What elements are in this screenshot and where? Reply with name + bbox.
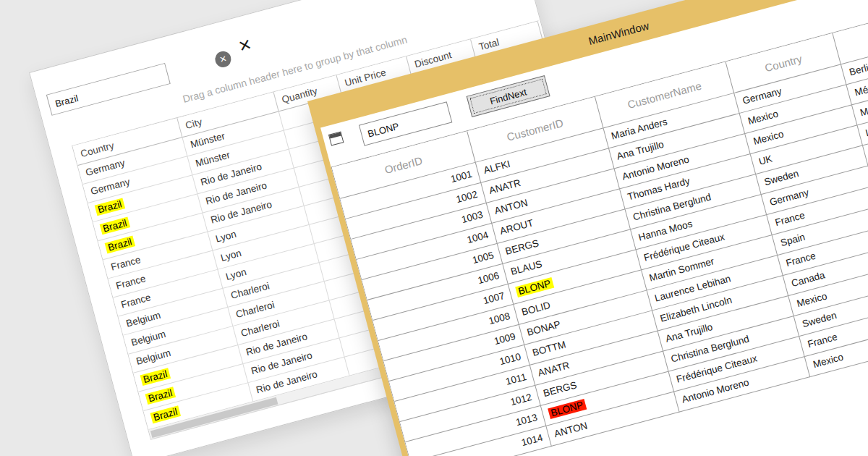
search-match-highlight: Brazil bbox=[150, 405, 181, 423]
search-input[interactable] bbox=[46, 63, 171, 116]
search-match-highlight: Brazil bbox=[95, 198, 125, 216]
close-icon[interactable]: ✕ bbox=[237, 36, 254, 55]
desktop-background: ✕ ✕ Drag a column header here to group b… bbox=[0, 0, 868, 456]
search-match-highlight: Brazil bbox=[100, 217, 130, 235]
search-match-highlight: Brazil bbox=[145, 387, 176, 405]
app-icon bbox=[328, 131, 344, 145]
search-match-highlight: Brazil bbox=[105, 236, 135, 254]
search-match-highlight: Brazil bbox=[140, 368, 171, 386]
clear-search-icon[interactable]: ✕ bbox=[213, 49, 233, 69]
